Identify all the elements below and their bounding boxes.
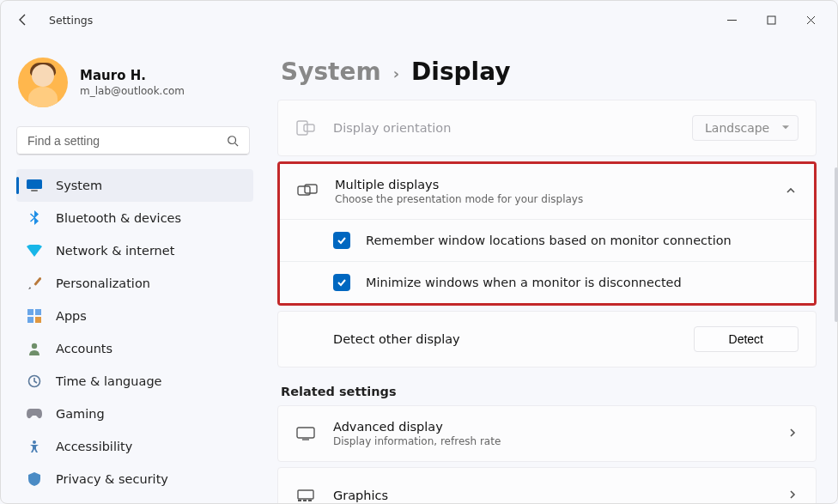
chevron-right-icon xyxy=(786,489,799,503)
remember-locations-row[interactable]: Remember window locations based on monit… xyxy=(280,219,814,261)
privacy-icon xyxy=(27,471,42,487)
svg-rect-7 xyxy=(27,317,33,323)
accessibility-icon xyxy=(27,439,42,454)
nav-item-gaming[interactable]: Gaming xyxy=(16,398,253,430)
detect-title: Detect other display xyxy=(333,332,677,346)
svg-rect-16 xyxy=(297,428,314,438)
system-icon xyxy=(27,178,42,193)
nav-label: Privacy & security xyxy=(56,472,168,486)
nav-label: Accessibility xyxy=(56,440,132,453)
sidebar: Mauro H. m_lab@outlook.com System xyxy=(1,39,265,503)
svg-rect-2 xyxy=(27,179,42,189)
user-name: Mauro H. xyxy=(80,68,185,83)
chevron-right-icon xyxy=(786,427,799,441)
svg-rect-17 xyxy=(298,490,313,499)
nav-item-time[interactable]: Time & language xyxy=(16,365,253,398)
advanced-display-subtitle: Display information, refresh rate xyxy=(333,435,769,447)
back-button[interactable] xyxy=(16,13,30,27)
advanced-display-card[interactable]: Advanced display Display information, re… xyxy=(277,405,817,462)
user-card[interactable]: Mauro H. m_lab@outlook.com xyxy=(16,51,260,123)
multiple-displays-header[interactable]: Multiple displays Choose the presentatio… xyxy=(280,164,814,219)
breadcrumb: System › Display xyxy=(277,58,817,86)
monitor-icon xyxy=(295,423,316,444)
multiple-displays-title: Multiple displays xyxy=(335,178,768,191)
user-email: m_lab@outlook.com xyxy=(80,85,185,97)
settings-window: Settings Mauro H. m_la xyxy=(0,0,838,504)
search-box[interactable] xyxy=(16,126,250,155)
svg-rect-13 xyxy=(304,124,314,131)
remember-locations-checkbox[interactable] xyxy=(333,232,350,249)
svg-rect-0 xyxy=(768,16,775,24)
advanced-display-title: Advanced display xyxy=(333,420,769,434)
orientation-title: Display orientation xyxy=(333,121,675,135)
related-settings-heading: Related settings xyxy=(281,385,817,398)
detect-button[interactable]: Detect xyxy=(694,326,799,352)
nav-label: Network & internet xyxy=(56,244,174,258)
titlebar: Settings xyxy=(1,1,837,39)
minimize-windows-label: Minimize windows when a monitor is disco… xyxy=(366,276,682,289)
network-icon xyxy=(27,243,42,258)
nav-label: Gaming xyxy=(56,407,105,421)
nav-label: Time & language xyxy=(56,374,162,388)
multiple-displays-group: Multiple displays Choose the presentatio… xyxy=(277,161,817,306)
svg-rect-4 xyxy=(33,277,41,286)
search-input[interactable] xyxy=(27,134,227,148)
svg-rect-8 xyxy=(35,317,41,323)
detect-card: Detect other display Detect xyxy=(277,311,817,367)
main-panel: System › Display Display orientation Lan… xyxy=(265,39,837,503)
search-icon xyxy=(227,135,239,147)
nav-item-network[interactable]: Network & internet xyxy=(16,234,253,267)
graphics-card[interactable]: Graphics xyxy=(277,467,817,503)
nav-label: Personalization xyxy=(56,276,150,290)
svg-point-11 xyxy=(33,440,36,444)
maximize-button[interactable] xyxy=(751,1,791,39)
time-icon xyxy=(27,373,42,389)
svg-rect-6 xyxy=(35,309,41,315)
orientation-select[interactable]: Landscape xyxy=(692,115,799,141)
svg-point-1 xyxy=(228,137,236,144)
nav-item-accounts[interactable]: Accounts xyxy=(16,332,253,365)
nav-label: Apps xyxy=(56,309,87,323)
chevron-up-icon[interactable] xyxy=(785,185,797,199)
nav-label: System xyxy=(56,179,102,192)
nav-item-apps[interactable]: Apps xyxy=(16,300,253,332)
nav-item-privacy[interactable]: Privacy & security xyxy=(16,463,253,495)
svg-rect-12 xyxy=(297,121,307,135)
graphics-title: Graphics xyxy=(333,489,769,502)
chevron-right-icon: › xyxy=(393,61,399,82)
nav-item-personalization[interactable]: Personalization xyxy=(16,267,253,300)
close-button[interactable] xyxy=(791,1,830,39)
accounts-icon xyxy=(27,341,42,356)
breadcrumb-current: Display xyxy=(411,58,510,86)
minimize-windows-checkbox[interactable] xyxy=(333,274,350,291)
orientation-card: Display orientation Landscape xyxy=(277,100,817,156)
gaming-icon xyxy=(27,406,42,422)
apps-icon xyxy=(27,308,42,324)
graphics-icon xyxy=(295,485,316,503)
breadcrumb-parent[interactable]: System xyxy=(281,58,381,86)
multiple-displays-subtitle: Choose the presentation mode for your di… xyxy=(335,193,768,205)
avatar xyxy=(18,58,68,107)
nav-label: Bluetooth & devices xyxy=(56,211,181,225)
nav-label: Accounts xyxy=(56,342,112,355)
minimize-button[interactable] xyxy=(712,1,751,39)
multiple-displays-icon xyxy=(297,181,318,202)
bluetooth-icon xyxy=(27,210,42,226)
app-title: Settings xyxy=(49,14,93,27)
nav-item-bluetooth[interactable]: Bluetooth & devices xyxy=(16,202,253,234)
nav-list: System Bluetooth & devices Network & int… xyxy=(16,169,260,495)
svg-rect-5 xyxy=(27,309,33,315)
minimize-windows-row[interactable]: Minimize windows when a monitor is disco… xyxy=(280,261,814,303)
nav-item-system[interactable]: System xyxy=(16,169,253,202)
personalization-icon xyxy=(27,276,42,291)
svg-rect-3 xyxy=(31,190,38,191)
remember-locations-label: Remember window locations based on monit… xyxy=(366,234,732,247)
orientation-icon xyxy=(295,118,316,138)
svg-point-9 xyxy=(32,343,37,349)
nav-item-accessibility[interactable]: Accessibility xyxy=(16,430,253,463)
